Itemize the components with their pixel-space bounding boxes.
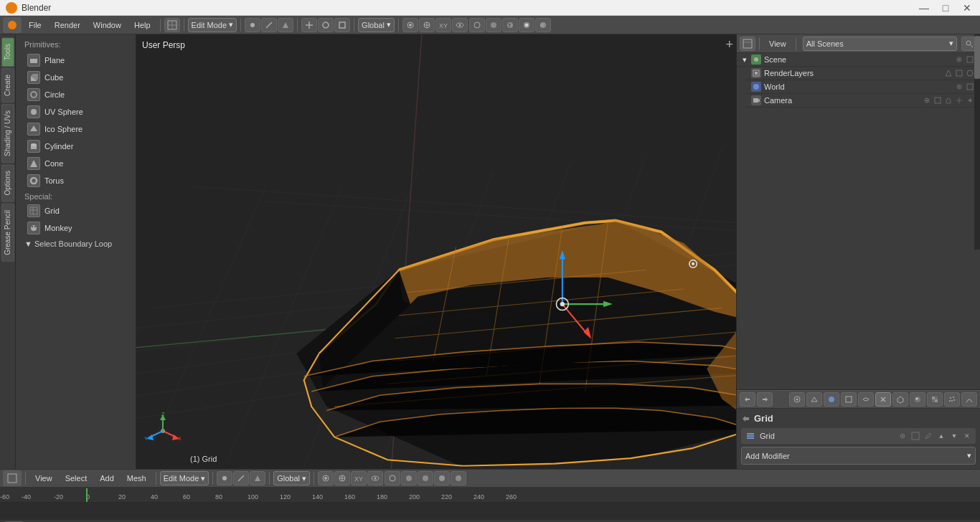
viewport-shading-texture[interactable]: T bbox=[502, 18, 518, 32]
prop-tab-texture[interactable] bbox=[927, 392, 943, 407]
viewport-shading-render[interactable]: R bbox=[535, 18, 551, 32]
bot-shade-wire[interactable] bbox=[385, 471, 400, 485]
bot-shade-solid[interactable] bbox=[401, 471, 417, 485]
select-boundary-loop[interactable]: ▼ Select Boundary Loop bbox=[19, 237, 133, 251]
primitive-icosphere[interactable]: Ico Sphere bbox=[22, 120, 130, 138]
viewport-shading-wire[interactable] bbox=[469, 18, 485, 32]
minimize-button[interactable]: — bbox=[914, 0, 934, 16]
primitive-circle[interactable]: Circle bbox=[22, 86, 130, 103]
bot-mode-dropdown[interactable]: Edit Mode ▾ bbox=[160, 471, 209, 485]
rl-icon3[interactable] bbox=[966, 69, 974, 77]
show-hide-btn[interactable] bbox=[452, 18, 468, 32]
scene-dropdown[interactable]: All Scenes ▾ bbox=[803, 37, 957, 51]
scene-render-icon[interactable] bbox=[966, 55, 974, 64]
prop-tab-particles[interactable] bbox=[944, 392, 960, 407]
mod-down-icon[interactable]: ▼ bbox=[950, 432, 958, 440]
viewport-add-button[interactable]: + bbox=[725, 37, 733, 52]
scene-vis-icon[interactable] bbox=[955, 55, 963, 64]
world-render[interactable] bbox=[966, 82, 974, 91]
special-monkey[interactable]: Monkey bbox=[22, 219, 130, 237]
prop-tab-physics[interactable] bbox=[961, 392, 977, 407]
bot-xray-btn[interactable]: XY bbox=[351, 471, 367, 485]
cam-vis[interactable] bbox=[923, 96, 931, 105]
outliner-icon-btn[interactable] bbox=[740, 37, 755, 51]
bot-select-menu[interactable]: Select bbox=[60, 471, 93, 485]
cam-render[interactable] bbox=[933, 96, 942, 105]
primitive-uvsphere[interactable]: UV Sphere bbox=[22, 103, 130, 120]
blender-menu-icon[interactable] bbox=[3, 17, 22, 33]
create-tab[interactable]: Create bbox=[1, 68, 14, 103]
options-tab[interactable]: Options bbox=[1, 164, 14, 201]
shading-uvs-tab[interactable]: Shading / UVs bbox=[1, 104, 14, 163]
viewport-shading-material[interactable] bbox=[519, 18, 534, 32]
snap-btn[interactable] bbox=[419, 18, 435, 32]
cam-lock[interactable] bbox=[944, 96, 953, 105]
face-mode-btn[interactable] bbox=[278, 18, 293, 32]
prop-nav-forward[interactable] bbox=[757, 392, 773, 407]
transform-scale-btn[interactable] bbox=[334, 18, 350, 32]
bot-snap-btn[interactable] bbox=[334, 471, 350, 485]
primitive-plane[interactable]: Plane bbox=[22, 52, 130, 69]
window-menu[interactable]: Window bbox=[88, 18, 127, 32]
close-button[interactable]: ✕ bbox=[957, 0, 977, 16]
edge-mode-btn[interactable] bbox=[261, 18, 277, 32]
scrollbar-thumb[interactable] bbox=[974, 36, 980, 79]
outliner-row-world[interactable]: World bbox=[745, 80, 980, 94]
prop-tab-object[interactable] bbox=[841, 392, 857, 407]
prop-tab-scene[interactable] bbox=[806, 392, 822, 407]
grease-pencil-tab[interactable]: Grease Pencil bbox=[1, 204, 14, 262]
rl-icon1[interactable] bbox=[944, 69, 953, 77]
maximize-button[interactable]: □ bbox=[936, 0, 956, 16]
prop-tab-constraints[interactable] bbox=[858, 392, 874, 407]
add-modifier-button[interactable]: Add Modifier ▾ bbox=[741, 447, 976, 465]
primitive-cylinder[interactable]: Cylinder bbox=[22, 138, 130, 155]
right-panel-scrollbar[interactable] bbox=[974, 34, 980, 250]
bottom-viewport-icon[interactable] bbox=[3, 470, 22, 486]
file-menu[interactable]: File bbox=[23, 18, 47, 32]
tools-tab[interactable]: Tools bbox=[1, 37, 14, 67]
bot-vertex-mode[interactable] bbox=[217, 471, 232, 485]
mirror-btn[interactable]: XY bbox=[435, 18, 451, 32]
bot-add-menu[interactable]: Add bbox=[94, 471, 120, 485]
mod-up-icon[interactable]: ▲ bbox=[937, 432, 946, 440]
viewport-3d[interactable]: User Persp + (1) Grid Z X Y bbox=[136, 34, 736, 469]
prop-tab-modifier[interactable] bbox=[875, 392, 891, 407]
bot-orient-dropdown[interactable]: Global ▾ bbox=[273, 471, 310, 485]
orientation-dropdown[interactable]: Global ▾ bbox=[358, 18, 395, 32]
transform-rotate-btn[interactable] bbox=[318, 18, 334, 32]
bot-prop-btn[interactable] bbox=[318, 471, 334, 485]
outliner-row-renderlayers[interactable]: RenderLayers bbox=[745, 67, 980, 80]
outliner-row-camera[interactable]: Camera bbox=[745, 94, 980, 108]
mode-dropdown[interactable]: Edit Mode ▾ bbox=[188, 18, 237, 32]
prop-tab-data[interactable] bbox=[892, 392, 908, 407]
bot-face-mode[interactable] bbox=[250, 471, 265, 485]
primitive-cube[interactable]: Cube bbox=[22, 69, 130, 86]
rl-icon2[interactable] bbox=[955, 69, 963, 77]
proportional-btn[interactable] bbox=[402, 18, 418, 32]
render-menu[interactable]: Render bbox=[49, 18, 86, 32]
help-menu[interactable]: Help bbox=[128, 18, 156, 32]
cam-arrow[interactable] bbox=[966, 96, 974, 105]
prop-tab-render[interactable] bbox=[789, 392, 805, 407]
primitive-cone[interactable]: Cone bbox=[22, 155, 130, 172]
mod-edit-icon[interactable] bbox=[924, 432, 933, 440]
cam-cursor[interactable] bbox=[955, 96, 963, 105]
playhead-indicator[interactable] bbox=[86, 488, 88, 502]
prop-back-nav[interactable]: Grid bbox=[741, 413, 976, 424]
prop-tab-material[interactable] bbox=[910, 392, 925, 407]
bot-eye-btn[interactable] bbox=[367, 471, 383, 485]
outliner-row-scene[interactable]: ▾ Scene bbox=[737, 53, 980, 67]
bot-view-menu[interactable]: View bbox=[29, 471, 58, 485]
mod-vis-icon[interactable] bbox=[898, 432, 907, 440]
prop-tab-world[interactable] bbox=[824, 392, 839, 407]
mod-render-icon[interactable] bbox=[911, 432, 920, 440]
transform-move-btn[interactable] bbox=[301, 18, 317, 32]
prop-nav-back[interactable] bbox=[740, 392, 755, 407]
bot-edge-mode[interactable] bbox=[233, 471, 249, 485]
view-menu-outliner[interactable]: View bbox=[763, 37, 792, 51]
viewport-type-btn[interactable] bbox=[164, 18, 180, 32]
bot-shade-rend[interactable] bbox=[451, 471, 466, 485]
viewport-shading-solid[interactable] bbox=[486, 18, 501, 32]
bot-shade-tex[interactable] bbox=[418, 471, 433, 485]
mod-x-icon[interactable]: ✕ bbox=[963, 432, 971, 440]
